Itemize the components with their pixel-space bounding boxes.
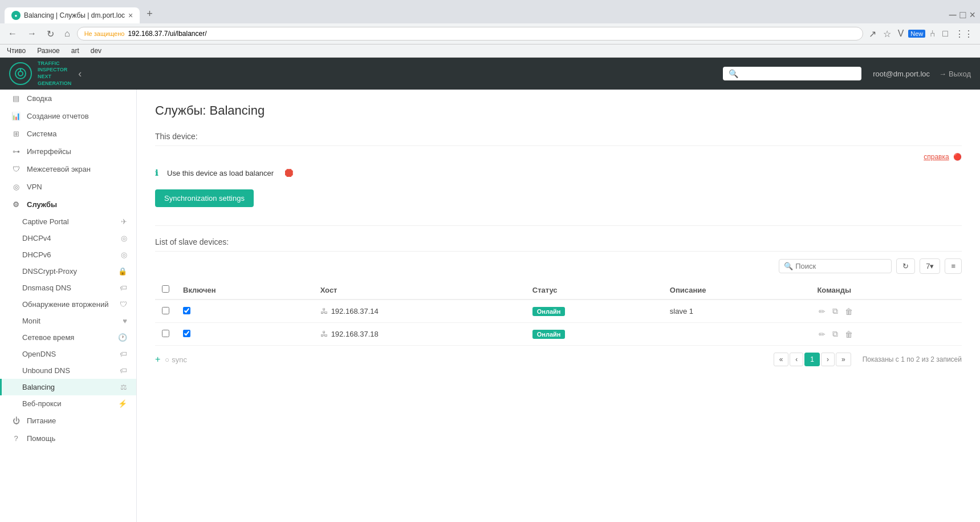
row2-delete-icon[interactable]: 🗑 <box>843 328 855 341</box>
logout-icon: → <box>939 70 946 78</box>
row2-enabled-checkbox[interactable] <box>183 330 190 337</box>
firewall-icon: 🛡 <box>11 165 21 173</box>
bookmark-chitvo[interactable]: Чтиво <box>5 46 28 56</box>
app-logo: TRAFFIC INSPECTOR NEXT GENERATION <box>9 60 71 87</box>
page-1-btn[interactable]: 1 <box>804 353 820 366</box>
minimize-icon[interactable]: ─ <box>949 9 957 21</box>
active-tab[interactable]: ● Balancing | Службы | dm.port.loc × <box>5 7 140 23</box>
slave-list-heading: List of slave devices: <box>155 237 962 252</box>
sidebar-item-dhcpv4[interactable]: DHCPv4 ◎ <box>0 230 136 246</box>
select-all-checkbox[interactable] <box>162 285 169 293</box>
sidebar: ▤ Сводка 📊 Создание отчетов ⊞ Система ⊶ … <box>0 90 137 522</box>
extension-v-icon[interactable]: V <box>896 27 906 40</box>
col-host: Хост <box>314 281 526 300</box>
refresh-btn[interactable]: ↻ <box>43 27 58 41</box>
window-controls: ─ □ × <box>949 9 975 23</box>
columns-btn[interactable]: ≡ <box>945 258 962 274</box>
row1-copy-icon[interactable]: ⧉ <box>831 305 840 318</box>
sidebar-item-system[interactable]: ⊞ Система <box>0 125 136 143</box>
sidebar-item-unbound[interactable]: Unbound DNS 🏷 <box>0 362 136 379</box>
table-search-wrap[interactable]: 🔍 <box>779 259 892 273</box>
info-icon: ℹ <box>155 168 158 177</box>
col-commands: Команды <box>810 281 962 300</box>
sync-all-btn[interactable]: ○ sync <box>165 355 187 364</box>
row1-edit-icon[interactable]: ✏ <box>817 305 827 318</box>
sidebar-toggle-btn[interactable]: ‹ <box>71 68 88 80</box>
back-btn[interactable]: ← <box>5 27 21 40</box>
sidebar-item-svodka[interactable]: ▤ Сводка <box>0 90 136 107</box>
prev-page-btn[interactable]: ‹ <box>790 353 803 366</box>
menu-icon[interactable]: ⋮⋮ <box>953 27 975 41</box>
row2-status: Онлайн <box>532 330 566 339</box>
webproxy-badge: ⚡ <box>118 399 127 408</box>
bookmark-dev[interactable]: dev <box>88 46 104 56</box>
toggle-switch[interactable]: ⏺ <box>283 165 295 180</box>
row2-checkbox[interactable] <box>162 330 169 337</box>
page-title: Службы: Balancing <box>155 103 962 118</box>
unbound-badge: 🏷 <box>120 366 127 375</box>
sidebar-item-interfaces[interactable]: ⊶ Интерфейсы <box>0 143 136 160</box>
bookmark-raznoe[interactable]: Разное <box>35 46 62 56</box>
sidebar-item-opendns[interactable]: OpenDNS 🏷 <box>0 346 136 362</box>
interfaces-icon: ⊶ <box>11 147 21 156</box>
sidebar-item-dnsmasq[interactable]: Dnsmasq DNS 🏷 <box>0 280 136 296</box>
per-page-btn[interactable]: 7▾ <box>920 258 940 274</box>
last-page-btn[interactable]: » <box>836 353 851 366</box>
sidebar-item-nettime[interactable]: Сетевое время 🕐 <box>0 329 136 346</box>
sidebar-item-intrusion[interactable]: Обнаружение вторжений 🛡 <box>0 296 136 313</box>
row1-enabled-checkbox[interactable] <box>183 307 190 314</box>
sidebar-item-reports[interactable]: 📊 Создание отчетов <box>0 107 136 125</box>
sidebar-item-dnscrypt[interactable]: DNSCrypt-Proxy 🔒 <box>0 263 136 280</box>
table-row: 🖧 192.168.37.18 Онлайн ✏ <box>155 323 962 346</box>
logout-btn[interactable]: → Выход <box>939 70 971 78</box>
sidebar-item-dhcpv6[interactable]: DHCPv6 ◎ <box>0 246 136 263</box>
row1-host: 192.168.37.14 <box>331 307 379 315</box>
address-bar[interactable]: Не защищено <box>77 27 863 41</box>
sidebar-item-services[interactable]: ⚙ Службы <box>0 196 136 213</box>
help-link[interactable]: справка <box>924 153 949 161</box>
address-input[interactable] <box>128 30 855 38</box>
close-icon[interactable]: × <box>969 9 975 21</box>
help-icon: 🔴 <box>953 153 962 161</box>
first-page-btn[interactable]: « <box>774 353 789 366</box>
extensions-icon[interactable]: ⑃ <box>928 27 938 40</box>
sidebar-item-vpn[interactable]: ◎ VPN <box>0 178 136 196</box>
sidebar-item-balancing[interactable]: Balancing ⚖ <box>0 379 136 395</box>
pagination: « ‹ 1 › » <box>774 353 851 366</box>
server-icon: 🖧 <box>320 330 328 338</box>
sidebar-item-monit[interactable]: Monit ♥ <box>0 313 136 329</box>
bookmark-art[interactable]: art <box>69 46 82 56</box>
bookmarks-bar: Чтиво Разное art dev <box>0 44 980 58</box>
maximize-icon[interactable]: □ <box>960 9 966 21</box>
next-page-btn[interactable]: › <box>821 353 835 366</box>
table-toolbar: 🔍 ↻ 7▾ ≡ <box>155 258 962 274</box>
row2-copy-icon[interactable]: ⧉ <box>831 327 840 341</box>
row1-checkbox[interactable] <box>162 307 169 314</box>
sync-settings-btn[interactable]: Synchronization settings <box>155 189 254 207</box>
col-description: Описание <box>663 281 811 300</box>
bookmark-icon[interactable]: ☆ <box>881 27 893 41</box>
services-icon: ⚙ <box>11 200 21 209</box>
share-icon[interactable]: ↗ <box>867 27 879 41</box>
global-search[interactable]: 🔍 <box>723 67 861 80</box>
forward-btn[interactable]: → <box>24 27 40 40</box>
tab-close-btn[interactable]: × <box>128 11 133 19</box>
row1-delete-icon[interactable]: 🗑 <box>843 305 855 318</box>
sidebar-item-firewall[interactable]: 🛡 Межсетевой экран <box>0 160 136 178</box>
search-icon: 🔍 <box>729 69 738 78</box>
sidebar-item-webproxy[interactable]: Веб-прокси ⚡ <box>0 395 136 412</box>
sidebar-item-captive[interactable]: Captive Portal ✈ <box>0 213 136 230</box>
chart-icon: 📊 <box>11 112 21 120</box>
add-row-btn[interactable]: + <box>155 354 160 365</box>
search-input[interactable] <box>742 70 856 78</box>
row2-edit-icon[interactable]: ✏ <box>817 328 827 341</box>
dashboard-icon: ▤ <box>11 94 21 103</box>
profile-icon[interactable]: □ <box>940 27 950 40</box>
table-search-input[interactable] <box>795 262 887 270</box>
refresh-btn[interactable]: ↻ <box>896 258 915 274</box>
sidebar-item-power[interactable]: ⏻ Питание <box>0 412 136 430</box>
home-btn[interactable]: ⌂ <box>61 27 74 40</box>
new-tab-btn[interactable]: + <box>140 5 160 23</box>
extension-new-icon[interactable]: New <box>908 30 925 38</box>
sidebar-item-help[interactable]: ? Помощь <box>0 430 136 447</box>
